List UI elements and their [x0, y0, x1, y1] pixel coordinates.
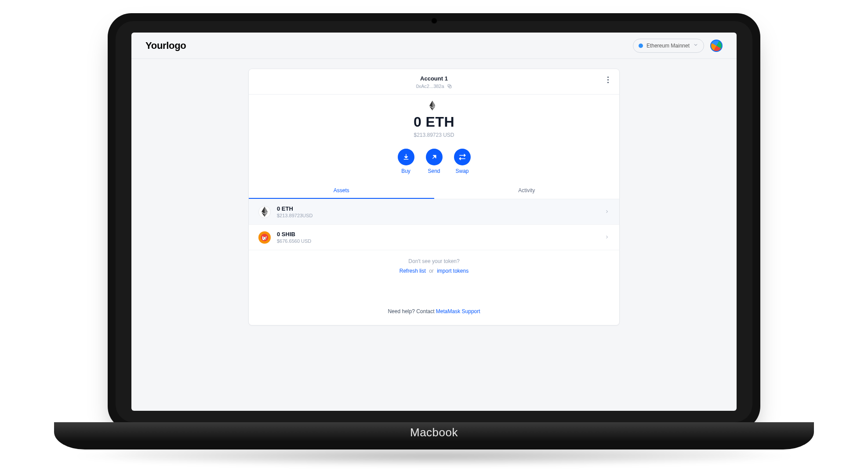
- asset-fiat: $676.6560 USD: [277, 238, 598, 244]
- swap-button[interactable]: Swap: [454, 149, 471, 174]
- support-link[interactable]: MetaMask Support: [436, 308, 480, 314]
- import-tokens-link[interactable]: import tokens: [437, 268, 469, 274]
- buy-label: Buy: [401, 168, 410, 174]
- svg-point-7: [263, 238, 264, 238]
- shiba-icon: [258, 231, 271, 244]
- network-name: Ethereum Mainnet: [646, 43, 690, 49]
- asset-fiat: $213.89723USD: [277, 213, 598, 218]
- balance-amount: 0 ETH: [249, 114, 619, 130]
- account-address-text: 0xAc2...382a: [416, 84, 444, 89]
- ethereum-icon: [258, 206, 271, 218]
- chevron-down-icon: [693, 42, 698, 49]
- app-logo: Yourlogo: [145, 40, 186, 51]
- laptop-base: Macbook: [54, 422, 814, 449]
- send-button[interactable]: Send: [426, 149, 443, 174]
- asset-amount: 0 SHIB: [277, 231, 598, 238]
- copy-icon: [447, 84, 452, 89]
- account-address[interactable]: 0xAc2...382a: [416, 84, 452, 89]
- swap-icon: [458, 153, 466, 161]
- buy-button[interactable]: Buy: [398, 149, 414, 174]
- tab-activity[interactable]: Activity: [434, 182, 620, 199]
- network-selector[interactable]: Ethereum Mainnet: [633, 39, 704, 53]
- asset-row-eth[interactable]: 0 ETH $213.89723USD: [249, 199, 619, 225]
- help-footer: Need help? Contact MetaMask Support: [249, 282, 619, 325]
- device-label: Macbook: [54, 426, 814, 439]
- webcam-dot: [431, 18, 437, 24]
- svg-point-8: [265, 238, 266, 238]
- swap-label: Swap: [455, 168, 469, 174]
- refresh-list-link[interactable]: Refresh list: [399, 268, 426, 274]
- help-prefix: Need help? Contact: [388, 308, 436, 314]
- chevron-right-icon: [604, 234, 610, 241]
- top-bar: Yourlogo Ethereum Mainnet: [131, 33, 737, 59]
- account-name: Account 1: [249, 75, 619, 82]
- chevron-right-icon: [604, 208, 610, 216]
- ethereum-icon: [429, 101, 439, 110]
- wallet-card: Account 1 0xAc2...382a 0 ETH $213.8: [248, 69, 620, 325]
- arrow-up-right-icon: [430, 153, 438, 161]
- asset-amount: 0 ETH: [277, 205, 598, 212]
- account-avatar[interactable]: [710, 40, 723, 52]
- account-menu-button[interactable]: [603, 75, 612, 84]
- download-icon: [402, 153, 410, 161]
- network-status-dot: [639, 44, 643, 48]
- asset-row-shib[interactable]: 0 SHIB $676.6560 USD: [249, 225, 619, 250]
- balance-fiat: $213.89723 USD: [249, 132, 619, 138]
- send-label: Send: [428, 168, 440, 174]
- tab-assets[interactable]: Assets: [249, 182, 434, 199]
- missing-token-hint: Don't see your token?: [249, 250, 619, 268]
- hint-or: or: [429, 268, 434, 274]
